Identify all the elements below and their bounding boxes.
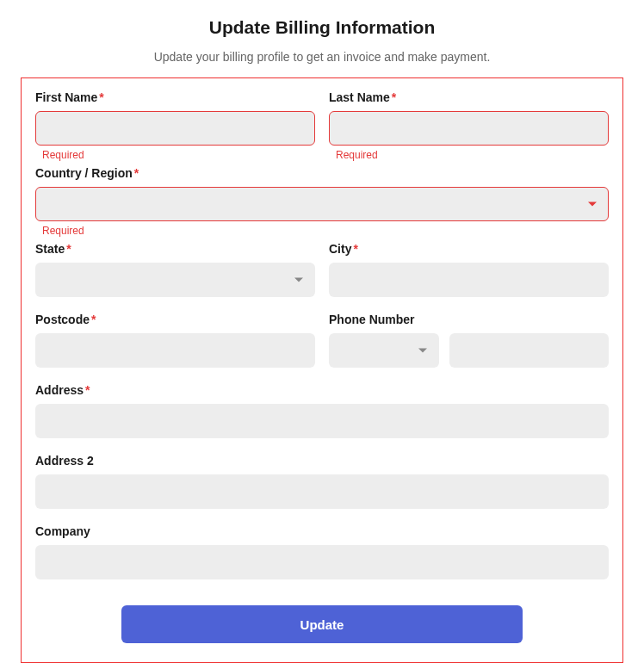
address2-label: Address 2 [35,454,609,468]
page-title: Update Billing Information [0,17,644,38]
label-text: Country / Region [35,166,133,180]
address-input[interactable] [35,404,609,438]
postcode-input[interactable] [35,333,315,368]
postcode-label: Postcode* [35,313,315,326]
phone-number-input[interactable] [449,333,609,368]
company-input[interactable] [35,545,609,579]
required-star-icon: * [91,313,96,326]
country-label: Country / Region* [35,166,609,180]
last-name-error: Required [336,149,609,161]
state-select[interactable] [35,263,315,297]
required-star-icon: * [85,383,90,397]
address-label: Address* [35,383,609,397]
update-button[interactable]: Update [121,605,523,643]
required-star-icon: * [134,166,139,180]
first-name-error: Required [42,149,315,161]
label-text: First Name [35,90,97,104]
state-label: State* [35,242,315,256]
required-star-icon: * [353,242,357,256]
label-text: Company [35,524,90,538]
first-name-input[interactable] [35,111,315,146]
label-text: Address [35,383,84,397]
phone-label: Phone Number [329,313,609,326]
phone-prefix-select[interactable] [329,333,439,368]
label-text: Postcode [35,313,90,326]
first-name-label: First Name* [35,90,315,104]
country-error: Required [42,225,609,237]
last-name-input[interactable] [329,111,609,146]
billing-form: First Name* Required Last Name* Required… [21,77,623,663]
company-label: Company [35,524,609,538]
label-text: Last Name [329,90,390,104]
country-select[interactable] [35,187,609,221]
required-star-icon: * [99,90,103,104]
label-text: Phone Number [329,313,415,326]
city-label: City* [329,242,609,256]
label-text: State [35,242,65,256]
page-subtitle: Update your billing profile to get an in… [0,50,644,64]
last-name-label: Last Name* [329,90,609,104]
label-text: Address 2 [35,454,94,468]
address2-input[interactable] [35,474,609,509]
label-text: City [329,242,351,256]
city-input[interactable] [329,263,609,297]
required-star-icon: * [392,90,396,104]
required-star-icon: * [66,242,71,256]
